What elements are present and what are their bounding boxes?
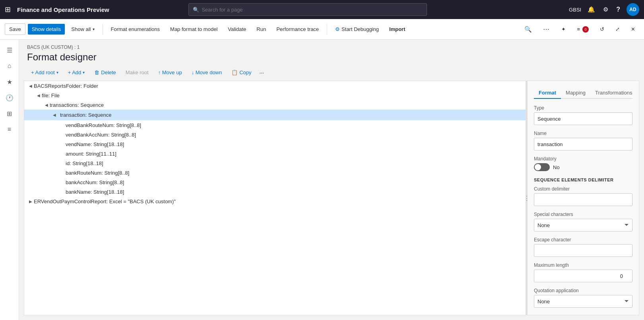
copy-icon: 📋 (231, 69, 238, 75)
main-layout: ☰ ⌂ ★ 🕐 ⊞ ≡ BACS (UK CUSTOM) : 1 Format … (0, 40, 644, 320)
expand-icon[interactable]: ▶ (27, 198, 34, 204)
sidebar: ☰ ⌂ ★ 🕐 ⊞ ≡ (0, 40, 19, 320)
debug-icon: ⚙ (335, 26, 340, 32)
tab-transformations[interactable]: Transformations (590, 87, 637, 99)
max-length-label: Maximum length (534, 262, 632, 268)
search-icon: 🔍 (193, 7, 199, 13)
escape-char-input[interactable] (534, 244, 632, 257)
performance-trace-button[interactable]: Performance trace (272, 24, 323, 35)
name-input[interactable] (534, 138, 632, 150)
toolbar-more-button[interactable]: ⋯ (539, 23, 554, 35)
quotation-label: Quotation application (534, 288, 632, 293)
map-format-button[interactable]: Map format to model (166, 24, 221, 35)
tree-item[interactable]: bankAccNum: String[8..8] (24, 177, 526, 187)
import-button[interactable]: Import (385, 24, 409, 35)
mandatory-field-group: Mandatory No (534, 156, 632, 171)
settings-button[interactable]: ⚙ (601, 4, 610, 15)
sidebar-favorites[interactable]: ★ (2, 75, 17, 89)
add-root-button[interactable]: + Add root ▾ (27, 67, 62, 77)
custom-delimiter-input[interactable] (534, 193, 632, 206)
format-enumerations-button[interactable]: Format enumerations (107, 24, 164, 35)
special-chars-group: Special characters None New line Tab Spa… (534, 212, 632, 231)
toolbar-sep-1 (103, 24, 103, 35)
notifications-button[interactable]: 🔔 (586, 4, 597, 15)
max-length-group: Maximum length (534, 262, 632, 282)
search-input[interactable] (202, 7, 423, 13)
expand-icon[interactable]: ◀ (27, 83, 34, 89)
toolbar-extensions-button[interactable]: ≡ 0 (573, 24, 593, 35)
sidebar-recent[interactable]: 🕐 (2, 91, 17, 105)
expand-icon[interactable]: ◀ (43, 102, 50, 108)
help-button[interactable]: ? (615, 4, 622, 15)
split-view: ◀ BACSReportsFolder: Folder ◀ file: File… (24, 81, 639, 315)
search-bar[interactable]: 🔍 (188, 3, 427, 16)
sidebar-home[interactable]: ⌂ (2, 59, 17, 73)
sidebar-list[interactable]: ≡ (2, 122, 17, 137)
toolbar-popout-button[interactable]: ⤢ (611, 24, 624, 35)
special-chars-select[interactable]: None New line Tab Space (534, 219, 632, 231)
expand-icon[interactable]: ◀ (35, 92, 42, 98)
toolbar-connections-button[interactable]: ✦ (557, 24, 570, 35)
top-nav-right: GBSI 🔔 ⚙ ? AD (569, 3, 639, 16)
sidebar-hamburger[interactable]: ☰ (2, 43, 17, 57)
tab-validations[interactable]: Validations (637, 87, 639, 99)
tree-item[interactable]: amount: String[11..11] (24, 149, 526, 158)
quotation-select[interactable]: None Always When needed (534, 295, 632, 308)
toolbar-close-button[interactable]: ✕ (627, 24, 639, 35)
start-debugging-button[interactable]: ⚙ Start Debugging (331, 24, 383, 35)
tree-item[interactable]: bankRouteNum: String[8..8] (24, 168, 526, 177)
delete-button[interactable]: 🗑 Delete (90, 67, 120, 77)
expand-icon[interactable]: ◀ (51, 112, 58, 118)
mandatory-toggle[interactable] (534, 163, 550, 171)
tab-mapping[interactable]: Mapping (561, 87, 590, 99)
tree-item[interactable]: ▶ ERVendOutPaymControlReport: Excel = "B… (24, 197, 526, 206)
add-chevron: ▾ (83, 70, 85, 75)
sidebar-apps[interactable]: ⊞ (2, 106, 17, 121)
max-length-input[interactable] (534, 270, 632, 282)
add-button[interactable]: + Add ▾ (64, 67, 89, 77)
tree-item[interactable]: vendName: String[18..18] (24, 139, 526, 149)
move-down-button[interactable]: ↓ Move down (188, 67, 226, 77)
type-label: Type (534, 105, 632, 111)
sequence-section-header: SEQUENCE ELEMENTS DELIMITER (534, 177, 632, 182)
validate-button[interactable]: Validate (224, 24, 250, 35)
toolbar-search-button[interactable]: 🔍 (520, 23, 536, 35)
run-button[interactable]: Run (252, 24, 270, 35)
tree-item[interactable]: ◀ file: File (24, 91, 526, 100)
toolbar-sep-2 (327, 24, 327, 35)
action-toolbar: + Add root ▾ + Add ▾ 🗑 Delete Make root … (19, 66, 644, 81)
delete-icon: 🗑 (94, 69, 99, 75)
custom-delimiter-label: Custom delimiter (534, 186, 632, 192)
quotation-group: Quotation application None Always When n… (534, 288, 632, 308)
details-panel: Format Mapping Transformations Validatio… (528, 81, 639, 315)
toolbar-refresh-button[interactable]: ↺ (596, 24, 608, 35)
tree-item[interactable]: vendBankAccNum: String[8..8] (24, 130, 526, 139)
tree-panel: ◀ BACSReportsFolder: Folder ◀ file: File… (24, 81, 526, 315)
content-area: BACS (UK CUSTOM) : 1 Format designer + A… (19, 40, 644, 320)
avatar[interactable]: AD (627, 3, 639, 16)
tree-item[interactable]: vendBankRouteNum: String[8..8] (24, 120, 526, 130)
grid-icon[interactable]: ⊞ (5, 5, 11, 14)
move-up-button[interactable]: ↑ Move up (154, 67, 186, 77)
resize-handle[interactable] (526, 81, 528, 315)
mandatory-label: Mandatory (534, 156, 632, 162)
type-field-group: Type (534, 105, 632, 125)
country-code: GBSI (569, 7, 581, 13)
show-details-button[interactable]: Show details (28, 24, 65, 35)
escape-char-label: Escape character (534, 237, 632, 243)
tree-item[interactable]: id: String[18..18] (24, 158, 526, 168)
save-button[interactable]: Save (5, 23, 25, 35)
custom-delimiter-group: Custom delimiter (534, 186, 632, 206)
app-title: Finance and Operations Preview (17, 6, 109, 13)
tree-item[interactable]: bankName: String[18..18] (24, 187, 526, 197)
tree-item[interactable]: ◀ transactions: Sequence (24, 100, 526, 110)
copy-button[interactable]: 📋 Copy (227, 67, 255, 77)
name-field-group: Name (534, 131, 632, 150)
type-input[interactable] (534, 112, 632, 125)
tree-item-selected[interactable]: ◀ transaction: Sequence (24, 110, 526, 120)
more-actions-button[interactable]: ··· (257, 68, 267, 77)
tab-format[interactable]: Format (534, 87, 561, 99)
special-chars-label: Special characters (534, 212, 632, 217)
tree-item[interactable]: ◀ BACSReportsFolder: Folder (24, 81, 526, 91)
show-all-button[interactable]: Show all ▾ (67, 24, 98, 35)
